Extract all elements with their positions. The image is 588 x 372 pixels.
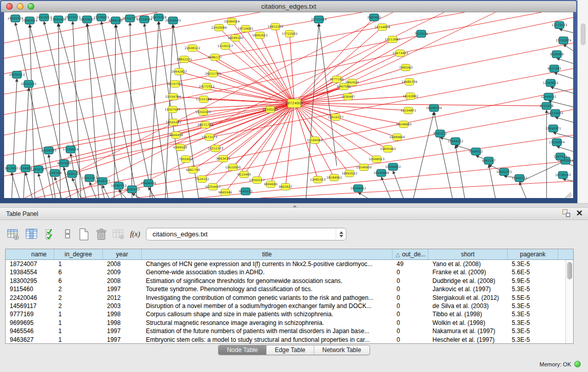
table-options-button[interactable] [6, 227, 20, 242]
select-columns-button[interactable] [25, 227, 39, 242]
row-height-button[interactable] [60, 227, 75, 242]
select-attributes-button[interactable] [43, 227, 58, 242]
graph-node-label: 9329968 [550, 52, 564, 56]
graph-node-label: 3913853 [5, 166, 18, 170]
graph-node-label: 20206555 [41, 148, 57, 152]
column-header-title[interactable]: title [142, 249, 393, 259]
graph-node-label: 25722414 [311, 17, 327, 21]
black-edge [555, 117, 573, 122]
graph-node-label: 10948523 [369, 157, 385, 161]
black-edge [72, 178, 81, 198]
column-header-year[interactable]: year [103, 249, 142, 259]
table-cell: 6 [54, 268, 103, 276]
table-cell: 0 [393, 285, 428, 293]
black-edge [519, 182, 526, 198]
table-row[interactable]: 911546021997Tourette syndrome. Phenomeno… [6, 285, 565, 293]
float-panel-icon[interactable] [562, 209, 570, 217]
graph-node-label: 9463627 [279, 185, 293, 188]
table-row[interactable]: 1872400712008Changes of HCN gene express… [6, 260, 565, 268]
graph-node-label: 10730143 [555, 173, 571, 177]
graph-node-label: 24313213 [36, 15, 52, 19]
graph-node-label: 12093822 [543, 81, 559, 84]
black-edge [130, 23, 132, 198]
graph-node-label: 16163842 [403, 94, 419, 98]
table-row[interactable]: 977716911998Corpus callosum shape and si… [6, 310, 565, 318]
graph-node-label: 16354417 [205, 185, 221, 188]
graph-node-label: 9115460 [237, 172, 251, 176]
graph-node-label: 15184563 [307, 138, 323, 142]
table-row[interactable]: 946554611997Estimation of the future num… [6, 327, 565, 335]
table-cell: Changes of HCN gene expression and I(f) … [142, 260, 393, 268]
split-divider[interactable] [0, 203, 588, 208]
graph-node-label: 19673173 [202, 135, 217, 139]
memory-status: Memory: OK [539, 361, 581, 367]
red-edge [81, 110, 573, 198]
delete-table-button[interactable] [94, 227, 108, 242]
table-cell: 2009 [103, 268, 142, 276]
black-edge [116, 25, 153, 198]
graph-node-label: 15845493 [380, 147, 396, 150]
close-panel-icon[interactable]: ✕ [576, 209, 583, 217]
table-cell: 5.9E-5 [508, 277, 558, 285]
graph-node-label: 25073173 [65, 15, 81, 19]
graph-node-label: 16962611 [252, 33, 268, 37]
dropdown-stepper-icon[interactable] [336, 228, 346, 240]
sort-ascending-icon: △ [396, 251, 400, 258]
table-cell: 14569117 [6, 302, 54, 310]
table-cell: 5.5E-5 [508, 294, 558, 302]
table-cell: 9465546 [6, 327, 54, 335]
table-cell: 1997 [103, 285, 142, 293]
graph-node-label: 10642372 [496, 170, 512, 173]
tab-edge-table[interactable]: Edge Table [267, 345, 314, 355]
table-cell: 1998 [103, 310, 142, 318]
graph-node-label: 10994822 [385, 165, 401, 168]
black-edge [358, 192, 367, 198]
tab-network-table[interactable]: Network Table [314, 345, 369, 355]
graph-node-label: 10604646 [141, 181, 157, 185]
graph-node-label: 25722771 [122, 16, 138, 20]
column-header-in-degree[interactable]: in_degree [54, 249, 103, 259]
column-header-name[interactable]: name [6, 249, 54, 259]
black-edge [38, 173, 45, 198]
table-row[interactable]: 969969511998Structural magnetic resonanc… [6, 319, 565, 327]
new-table-button[interactable] [77, 227, 91, 242]
column-header-pagerank[interactable]: pagerank [508, 249, 558, 259]
citation-edge [244, 103, 294, 174]
window-titlebar[interactable]: citations_edges.txt [1, 1, 576, 12]
function-builder-button[interactable]: f(x) [128, 227, 142, 242]
graph-node-label: 7485063 [399, 65, 413, 69]
divider-handle-icon[interactable] [292, 205, 297, 207]
graph-node-label: 16197337 [167, 82, 183, 85]
graph-node-label: 10973493 [393, 51, 408, 55]
black-edge [381, 177, 390, 198]
table-cell: 2 [54, 285, 103, 293]
table-scrollbar-thumb[interactable] [567, 262, 572, 279]
column-header-short[interactable]: short [428, 249, 508, 259]
table-scrollbar[interactable] [565, 260, 573, 343]
table-cell: Corpus callosum shape and size in male p… [142, 310, 393, 318]
table-row[interactable]: 946362711997Embryonic stem cells: a mode… [6, 336, 565, 343]
graph-node-label: 22608122 [185, 46, 201, 50]
tab-node-table[interactable]: Node Table [219, 345, 267, 355]
column-header-out-degree[interactable]: △ out_de... [393, 249, 428, 259]
table-selector-dropdown[interactable]: citations_edges.txt [146, 228, 346, 240]
network-window[interactable]: citations_edges.txt 24055724216935192431… [0, 0, 577, 203]
graph-node-label: 6994028 [173, 145, 187, 149]
node-table: name in_degree year title △ out_de... sh… [5, 249, 574, 344]
table-cell: 2 [54, 294, 103, 302]
window-resize-grip[interactable] [565, 190, 572, 197]
table-cell: Hescheler et al. (1997) [428, 336, 508, 343]
mini-scrollbar-thumb[interactable] [581, 24, 585, 45]
table-cell: 0 [393, 277, 428, 285]
table-row[interactable]: 1456911722003Disruption of a novel membe… [6, 302, 565, 310]
graph-node-label: 24272512 [199, 84, 215, 88]
table-row[interactable]: 2242004622012Investigating the contribut… [6, 294, 565, 302]
network-canvas[interactable]: 2405572421693519243132132769140625073173… [4, 12, 573, 198]
graph-node-label: 9245012 [239, 189, 253, 193]
graph-node-label: 16782753 [111, 184, 127, 187]
table-row[interactable]: 1830029562008Estimation of significance … [6, 277, 565, 285]
graph-node-label: 16889826 [389, 135, 405, 139]
table-panel-title: Table Panel [6, 210, 38, 217]
table-row[interactable]: 1938455462009Genome-wide association stu… [6, 268, 565, 276]
black-edge [393, 171, 403, 198]
